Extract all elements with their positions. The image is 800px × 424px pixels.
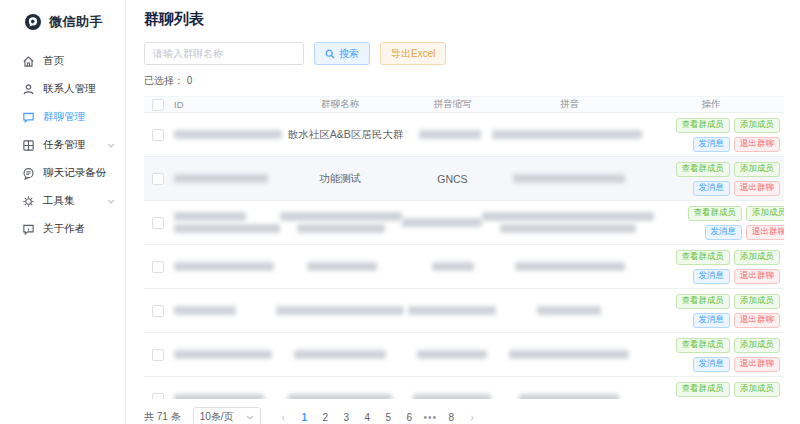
page-button-4[interactable]: 4: [359, 409, 376, 424]
sidebar-nav: 首页 联系人管理 群聊管理: [0, 47, 125, 243]
page-size-select[interactable]: 10条/页: [193, 407, 261, 424]
send-message-button[interactable]: 发消息: [693, 137, 731, 152]
send-message-button[interactable]: 发消息: [693, 357, 731, 372]
add-member-button[interactable]: 添加成员: [734, 162, 780, 177]
redacted-pinyin: [519, 394, 619, 399]
app-logo-icon: [24, 13, 42, 31]
send-message-button[interactable]: 发消息: [705, 225, 743, 240]
sidebar-item-backup[interactable]: 聊天记录备份: [0, 159, 125, 187]
page-button-8[interactable]: 8: [443, 409, 460, 424]
sidebar-item-tools[interactable]: 工具集: [0, 187, 125, 215]
add-member-button[interactable]: 添加成员: [734, 294, 780, 309]
toolbar: 搜索 导出Excel: [144, 42, 784, 65]
quit-group-button[interactable]: 退出群聊: [734, 357, 780, 372]
redacted-pinyin: [492, 130, 642, 139]
next-page-button[interactable]: ›: [464, 409, 481, 424]
quit-group-button[interactable]: 退出群聊: [734, 181, 780, 196]
page-ellipsis[interactable]: •••: [422, 409, 439, 424]
redacted-name: [307, 262, 377, 271]
row-checkbox[interactable]: [152, 217, 164, 229]
view-members-button[interactable]: 查看群成员: [676, 338, 731, 353]
redacted-id: [174, 394, 264, 399]
table-header: ID 群聊名称 拼音缩写 拼音 操作: [144, 96, 784, 113]
export-excel-button[interactable]: 导出Excel: [380, 42, 446, 65]
quit-group-button[interactable]: 退出群聊: [734, 269, 780, 284]
pagination: 共 71 条 10条/页 ‹ 1 2 3 4 5 6 ••• 8 ›: [144, 407, 784, 424]
sidebar-item-about[interactable]: 关于作者: [0, 215, 125, 243]
send-message-button[interactable]: 发消息: [693, 269, 731, 284]
table-row: 查看群成员 添加成员 发消息 退出群聊: [144, 245, 784, 289]
search-input[interactable]: [144, 42, 304, 65]
row-checkbox[interactable]: [152, 129, 164, 141]
table-row: 查看群成员 添加成员 发消息 退出群聊: [144, 377, 784, 399]
page-button-5[interactable]: 5: [380, 409, 397, 424]
table-row: 功能测试 GNCS 查看群成员 添加成员 发消息 退出群聊: [144, 157, 784, 201]
column-header-pinyin-abbr: 拼音缩写: [408, 98, 497, 111]
sidebar-item-label: 关于作者: [43, 222, 85, 236]
column-header-name: 群聊名称: [272, 98, 408, 111]
redacted-pinyin: [482, 212, 654, 221]
chevron-down-icon: [107, 143, 115, 148]
row-checkbox[interactable]: [152, 305, 164, 317]
pinyin-abbr: GNCS: [437, 173, 467, 185]
selected-count: 0: [187, 75, 193, 86]
search-button-label: 搜索: [339, 47, 359, 61]
redacted-id: [174, 212, 246, 221]
sidebar-item-contacts[interactable]: 联系人管理: [0, 75, 125, 103]
send-message-button[interactable]: 发消息: [693, 181, 731, 196]
add-member-button[interactable]: 添加成员: [734, 338, 780, 353]
send-message-button[interactable]: 发消息: [693, 313, 731, 328]
redacted-name: [288, 394, 392, 399]
row-checkbox[interactable]: [152, 173, 164, 185]
prev-page-button[interactable]: ‹: [275, 409, 292, 424]
add-member-button[interactable]: 添加成员: [734, 382, 780, 397]
redacted-pinyin-abbr: [419, 130, 481, 139]
sidebar-item-tasks[interactable]: 任务管理: [0, 131, 125, 159]
chevron-down-icon: [246, 415, 254, 420]
selected-label: 已选择：: [144, 75, 184, 86]
quit-group-button[interactable]: 退出群聊: [734, 137, 780, 152]
selected-count-line: 已选择： 0: [144, 74, 784, 88]
redacted-pinyin: [500, 224, 636, 233]
column-header-pinyin: 拼音: [497, 98, 642, 111]
page-size-value: 10条/页: [200, 410, 234, 424]
column-header-actions: 操作: [642, 98, 784, 111]
page-button-6[interactable]: 6: [401, 409, 418, 424]
quit-group-button[interactable]: 退出群聊: [734, 313, 780, 328]
table-row: 散水社区A&B区居民大群 查看群成员 添加成员 发消息 退出群聊: [144, 113, 784, 157]
view-members-button[interactable]: 查看群成员: [676, 118, 731, 133]
redacted-name: [294, 350, 386, 359]
redacted-pinyin-abbr: [408, 306, 496, 315]
add-member-button[interactable]: 添加成员: [734, 118, 780, 133]
row-checkbox[interactable]: [152, 349, 164, 361]
search-icon: [325, 49, 335, 59]
view-members-button[interactable]: 查看群成员: [676, 382, 731, 397]
home-icon: [22, 55, 35, 68]
redacted-pinyin-abbr: [402, 218, 482, 227]
page-title: 群聊列表: [144, 10, 784, 29]
sidebar-item-groups[interactable]: 群聊管理: [0, 103, 125, 131]
redacted-pinyin: [513, 174, 625, 183]
redacted-id: [174, 224, 280, 233]
row-checkbox[interactable]: [152, 393, 164, 400]
sidebar-item-home[interactable]: 首页: [0, 47, 125, 75]
gear-icon: [22, 195, 35, 208]
add-member-button[interactable]: 添加成员: [746, 206, 784, 221]
select-all-checkbox[interactable]: [152, 99, 164, 111]
row-checkbox[interactable]: [152, 261, 164, 273]
sidebar-item-label: 任务管理: [43, 138, 85, 152]
view-members-button[interactable]: 查看群成员: [676, 250, 731, 265]
add-member-button[interactable]: 添加成员: [734, 250, 780, 265]
chat-bubble-icon: [22, 111, 35, 124]
view-members-button[interactable]: 查看群成员: [676, 162, 731, 177]
search-button[interactable]: 搜索: [314, 42, 370, 65]
view-members-button[interactable]: 查看群成员: [688, 206, 743, 221]
page-button-1[interactable]: 1: [296, 409, 313, 424]
view-members-button[interactable]: 查看群成员: [676, 294, 731, 309]
redacted-id: [174, 262, 274, 271]
table-row: 查看群成员 添加成员 发消息 退出群聊: [144, 333, 784, 377]
page-button-2[interactable]: 2: [317, 409, 334, 424]
sidebar-item-label: 联系人管理: [43, 82, 96, 96]
quit-group-button[interactable]: 退出群聊: [746, 225, 784, 240]
page-button-3[interactable]: 3: [338, 409, 355, 424]
